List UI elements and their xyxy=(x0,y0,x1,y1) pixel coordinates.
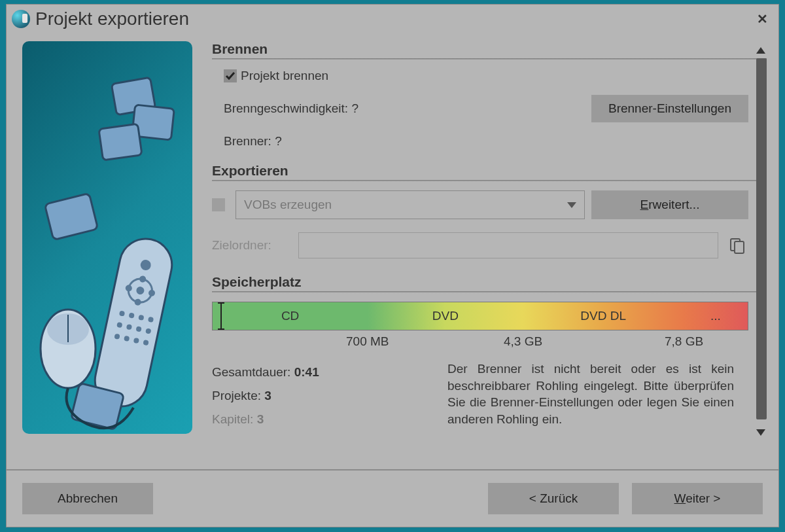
svg-marker-30 xyxy=(567,202,576,208)
wizard-illustration xyxy=(22,41,192,434)
svg-rect-4 xyxy=(90,234,177,412)
svg-marker-28 xyxy=(756,47,765,54)
burner-device-label: Brenner: ? xyxy=(224,134,282,149)
section-title-export: Exportieren xyxy=(212,163,767,179)
storage-tick-labels: 700 MB 4,3 GB 7,8 GB xyxy=(212,334,748,351)
app-logo-icon xyxy=(12,10,30,28)
titlebar: Projekt exportieren ✕ xyxy=(7,5,778,32)
storage-bar: CD DVD DVD DL ... xyxy=(212,302,748,330)
export-format-select[interactable]: VOBs erzeugen xyxy=(236,190,585,219)
svg-rect-3 xyxy=(44,193,97,239)
target-folder-input[interactable] xyxy=(298,232,718,258)
burn-project-label: Projekt brennen xyxy=(241,69,328,83)
browse-folder-icon[interactable] xyxy=(726,234,748,257)
burner-warning-text: Der Brenner ist nicht bereit oder es ist… xyxy=(447,361,767,431)
next-button[interactable]: Weiter > xyxy=(632,483,763,514)
main-panel: Brennen Projekt brennen Brenngeschwindig… xyxy=(192,41,767,440)
target-folder-label: Zielordner: xyxy=(212,238,290,253)
chevron-down-icon xyxy=(567,198,576,212)
storage-seg-dvd: DVD xyxy=(368,302,523,330)
scrollbar-thumb[interactable] xyxy=(756,58,767,419)
scroll-up-icon[interactable] xyxy=(754,44,767,57)
storage-usage-marker xyxy=(220,302,222,330)
burner-settings-button[interactable]: Brenner-Einstellungen xyxy=(591,95,748,122)
burn-speed-label: Brenngeschwindigkeit: ? xyxy=(224,101,358,116)
cancel-button[interactable]: Abbrechen xyxy=(22,483,153,514)
advanced-button[interactable]: Erweitert... xyxy=(591,190,748,219)
export-format-value: VOBs erzeugen xyxy=(244,198,332,212)
svg-rect-32 xyxy=(735,241,744,253)
dialog-title: Projekt exportieren xyxy=(35,9,189,29)
storage-stats: Gesamtdauer: 0:41 Projekte: 3 Kapitel: 3 xyxy=(212,361,428,431)
burn-project-checkbox[interactable] xyxy=(224,69,237,82)
section-title-storage: Speicherplatz xyxy=(212,274,767,290)
svg-rect-2 xyxy=(99,124,142,160)
back-button[interactable]: < Zurück xyxy=(488,483,619,514)
dialog-footer: Abbrechen < Zurück Weiter > xyxy=(7,469,778,527)
export-dialog: Projekt exportieren ✕ xyxy=(6,4,779,527)
section-title-burn: Brennen xyxy=(212,41,767,57)
scroll-down-icon[interactable] xyxy=(754,426,767,439)
svg-marker-29 xyxy=(756,429,765,436)
storage-seg-dvddl: DVD DL xyxy=(523,302,683,330)
storage-seg-cd: CD xyxy=(213,302,368,330)
close-icon[interactable]: ✕ xyxy=(753,10,772,28)
storage-seg-overflow: ... xyxy=(684,302,748,330)
export-enable-checkbox[interactable] xyxy=(212,198,225,211)
